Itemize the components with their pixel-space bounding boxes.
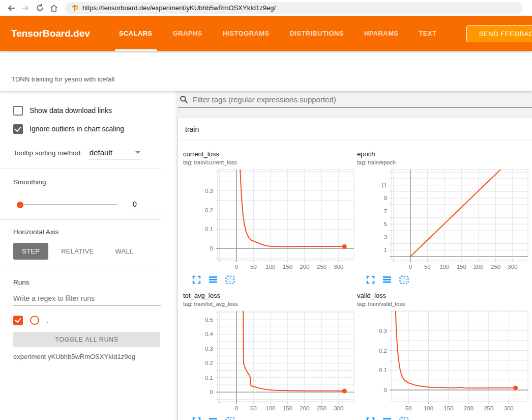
svg-text:0: 0 [409,264,412,270]
runs-filter-input[interactable] [13,293,161,306]
svg-text:9: 9 [384,195,387,201]
svg-text:0.1: 0.1 [379,367,387,373]
smoothing-slider[interactable] [18,204,117,205]
svg-text:300: 300 [334,264,343,270]
tag-filter-input[interactable] [192,95,532,104]
experiment-title: TDNN training for yesno with icefall [11,75,114,83]
svg-text:50: 50 [405,405,412,411]
svg-text:250: 250 [484,405,493,411]
expand-chart-icon[interactable] [191,274,201,285]
reload-icon[interactable] [33,2,47,14]
log-scale-icon[interactable] [208,416,218,420]
smoothing-value-input[interactable] [132,199,163,210]
ignore-outliers-row[interactable]: Ignore outliers in chart scaling [13,122,161,136]
tab-hparams[interactable]: HPARAMS [354,16,409,51]
axis-option-relative[interactable]: RELATIVE [52,243,102,260]
chart-epoch: epoch tag: train/epoch 13579110501001502… [357,150,530,285]
chart-plot[interactable]: 00.10.20.3050100150200250300 [183,169,356,270]
svg-text:0.3: 0.3 [205,188,213,194]
address-bar[interactable]: https://tensorboard.dev/experiment/yKUbh… [65,2,523,14]
horizontal-axis-options: STEPRELATIVEWALL [13,243,161,260]
svg-text:150: 150 [457,264,466,270]
runs-label: Runs [13,269,161,286]
scalars-dashboard: train current_loss tag: train/current_lo… [175,91,532,420]
chart-actions [365,416,530,420]
chart-plot[interactable]: 1357911050100150200250300 [357,169,530,270]
back-icon[interactable] [4,2,18,14]
svg-text:0.5: 0.5 [205,317,213,323]
show-download-links-row[interactable]: Show data download links [13,103,161,118]
charts-grid: current_loss tag: train/current_loss 00.… [178,141,532,420]
horizontal-axis-label: Horizontal Axis [13,220,161,236]
run-name: . [46,317,48,324]
ignore-outliers-checkbox[interactable] [13,124,23,134]
tooltip-sorting-select[interactable]: default [88,148,141,159]
chart-tag: tag: train/epoch [357,159,530,165]
svg-text:200: 200 [300,264,309,270]
svg-text:250: 250 [317,405,327,411]
show-download-links-checkbox[interactable] [13,106,23,116]
svg-text:5: 5 [384,221,387,227]
svg-text:0.2: 0.2 [205,207,213,213]
browser-toolbar: https://tensorboard.dev/experiment/yKUbh… [0,0,532,16]
expand-chart-icon[interactable] [365,274,375,285]
fit-domain-icon[interactable] [225,416,235,420]
fit-domain-icon[interactable] [399,416,409,420]
fit-domain-icon[interactable] [225,274,235,285]
smoothing-label: Smoothing [13,169,161,186]
run-row[interactable]: . [13,314,161,326]
toggle-all-runs-button[interactable]: TOGGLE ALL RUNS [13,332,160,347]
experiment-id-line: experiment yKUbhb5wRmOSXYkId1z9eg [13,353,161,360]
ignore-outliers-label: Ignore outliers in chart scaling [29,125,124,133]
log-scale-icon[interactable] [208,274,218,285]
train-card: train current_loss tag: train/current_lo… [178,118,532,420]
svg-text:3: 3 [384,234,387,240]
tab-text[interactable]: TEXT [408,16,447,51]
chart-plot[interactable]: 00.10.20.30.40.5050100150200250300 [183,310,356,412]
log-scale-icon[interactable] [382,274,392,285]
log-scale-icon[interactable] [382,416,392,420]
svg-text:0.2: 0.2 [205,360,213,366]
chart-tag: tag: train/current_loss [183,159,356,165]
svg-text:150: 150 [283,405,292,411]
axis-option-step[interactable]: STEP [13,243,48,260]
expand-chart-icon[interactable] [191,416,201,420]
chart-actions [191,274,356,285]
train-group-header[interactable]: train [178,118,532,141]
chart-actions [191,416,356,420]
svg-text:0: 0 [235,405,238,411]
svg-text:200: 200 [474,264,483,270]
tab-graphs[interactable]: GRAPHS [163,16,213,51]
chart-current_loss: current_loss tag: train/current_loss 00.… [183,150,356,285]
svg-text:0: 0 [210,245,213,251]
svg-text:150: 150 [444,405,453,411]
chart-valid_loss: valid_loss tag: train/valid_loss 00.10.2… [357,292,530,420]
forward-icon[interactable] [18,2,33,14]
svg-text:0.1: 0.1 [205,375,213,381]
tab-scalars[interactable]: SCALARS [109,16,163,51]
svg-text:100: 100 [424,405,433,411]
url-text: https://tensorboard.dev/experiment/yKUbh… [82,4,276,12]
expand-chart-icon[interactable] [365,416,375,420]
svg-text:200: 200 [464,405,474,411]
tab-histograms[interactable]: HISTOGRAMS [213,16,280,51]
run-checkbox[interactable] [13,316,23,325]
experiment-title-band: TDNN training for yesno with icefall [0,51,532,91]
svg-text:11: 11 [381,182,387,188]
smoothing-slider-thumb[interactable] [17,202,23,208]
svg-text:100: 100 [265,405,275,411]
axis-option-wall[interactable]: WALL [106,243,142,260]
svg-text:7: 7 [384,208,387,214]
svg-text:250: 250 [491,264,500,270]
chart-plot[interactable]: 00.10.20.350100150200250300 [357,310,530,412]
chart-tag: tag: train/valid_loss [357,301,530,307]
fit-domain-icon[interactable] [399,274,409,285]
svg-text:100: 100 [265,264,275,270]
svg-text:0: 0 [235,264,238,270]
svg-text:0.3: 0.3 [205,346,213,352]
home-icon[interactable] [47,2,61,14]
tab-distributions[interactable]: DISTRIBUTIONS [280,16,354,51]
svg-text:50: 50 [250,264,257,270]
chart-actions [365,274,530,285]
send-feedback-button[interactable]: SEND FEEDBACK [466,25,532,42]
